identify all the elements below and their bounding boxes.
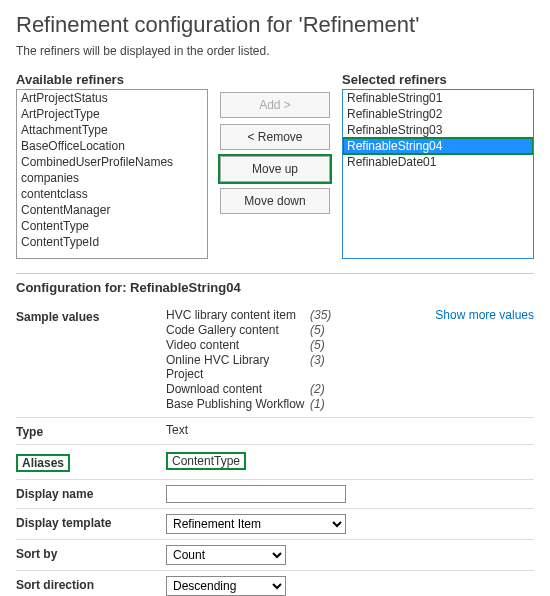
move-down-button[interactable]: Move down bbox=[220, 188, 330, 214]
list-item[interactable]: ArtProjectType bbox=[17, 106, 207, 122]
available-label: Available refiners bbox=[16, 72, 208, 87]
add-button[interactable]: Add > bbox=[220, 92, 330, 118]
sort-by-select[interactable]: Count bbox=[166, 545, 286, 565]
sort-by-label: Sort by bbox=[16, 545, 166, 561]
move-up-button[interactable]: Move up bbox=[220, 156, 330, 182]
list-item[interactable]: ArtProjectStatus bbox=[17, 90, 207, 106]
list-item[interactable]: RefinableString01 bbox=[343, 90, 533, 106]
sort-direction-select[interactable]: Descending bbox=[166, 576, 286, 596]
aliases-label: Aliases bbox=[22, 456, 64, 470]
type-label: Type bbox=[16, 423, 166, 439]
page-title: Refinement configuration for 'Refinement… bbox=[16, 12, 534, 38]
available-refiners-list[interactable]: ArtProjectStatusArtProjectTypeAttachment… bbox=[16, 89, 208, 259]
list-item[interactable]: CombinedUserProfileNames bbox=[17, 154, 207, 170]
show-more-values-link[interactable]: Show more values bbox=[435, 308, 534, 322]
list-item[interactable]: ContentTypeId bbox=[17, 234, 207, 250]
sort-direction-label: Sort direction bbox=[16, 576, 166, 592]
sample-row: HVC library content item(35) bbox=[166, 308, 350, 323]
list-item[interactable]: ContentType bbox=[17, 218, 207, 234]
selected-refiners-list[interactable]: RefinableString01RefinableString02Refina… bbox=[342, 89, 534, 259]
config-heading: Configuration for: RefinableString04 bbox=[16, 280, 534, 295]
display-name-label: Display name bbox=[16, 485, 166, 501]
remove-button[interactable]: < Remove bbox=[220, 124, 330, 150]
list-item[interactable]: companies bbox=[17, 170, 207, 186]
list-item[interactable]: ContentManager bbox=[17, 202, 207, 218]
list-item[interactable]: RefinableString04 bbox=[343, 138, 533, 154]
list-item[interactable]: contentclass bbox=[17, 186, 207, 202]
list-item[interactable]: AttachmentType bbox=[17, 122, 207, 138]
sample-row: Video content(5) bbox=[166, 338, 350, 353]
type-value: Text bbox=[166, 423, 534, 437]
display-template-select[interactable]: Refinement Item bbox=[166, 514, 346, 534]
sample-row: Online HVC Library Project(3) bbox=[166, 353, 350, 382]
selected-label: Selected refiners bbox=[342, 72, 534, 87]
list-item[interactable]: RefinableDate01 bbox=[343, 154, 533, 170]
display-template-label: Display template bbox=[16, 514, 166, 530]
list-item[interactable]: RefinableString03 bbox=[343, 122, 533, 138]
sample-values-label: Sample values bbox=[16, 308, 166, 324]
divider bbox=[16, 273, 534, 274]
sample-values-list: HVC library content item(35)Code Gallery… bbox=[166, 308, 350, 412]
aliases-value: ContentType bbox=[172, 454, 240, 468]
display-name-input[interactable] bbox=[166, 485, 346, 503]
page-subtitle: The refiners will be displayed in the or… bbox=[16, 44, 534, 58]
list-item[interactable]: RefinableString02 bbox=[343, 106, 533, 122]
list-item[interactable]: BaseOfficeLocation bbox=[17, 138, 207, 154]
sample-row: Code Gallery content(5) bbox=[166, 323, 350, 338]
sample-row: Base Publishing Workflow(1) bbox=[166, 397, 350, 412]
sample-row: Download content(2) bbox=[166, 382, 350, 397]
